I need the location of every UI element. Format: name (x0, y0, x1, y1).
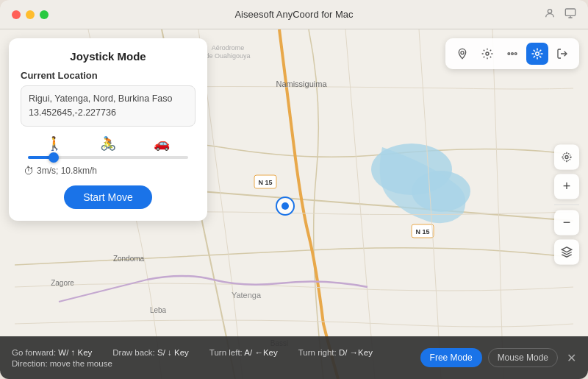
svg-point-26 (563, 153, 571, 161)
svg-text:Namissiguima: Namissiguima (276, 79, 327, 88)
start-move-button[interactable]: Start Move (64, 185, 152, 209)
marker-outer-ring (276, 196, 295, 216)
svg-marker-27 (562, 247, 571, 252)
svg-text:Aérodrome: Aérodrome (212, 44, 245, 52)
zoom-in-button[interactable]: + (554, 174, 579, 199)
close-button[interactable] (12, 10, 21, 19)
top-toolbar (445, 38, 579, 69)
zoom-in-icon: + (563, 179, 571, 194)
speed-value: 3m/s; 10.8km/h (37, 166, 97, 176)
hint-back: Draw back: S/ ↓ Key (112, 348, 189, 357)
svg-text:Yatenga: Yatenga (232, 291, 262, 300)
pin-toolbar-button[interactable] (451, 43, 473, 65)
speed-slider-container (21, 156, 196, 159)
hint-direction: Direction: move the mouse (12, 359, 112, 368)
route-toolbar-button[interactable] (501, 43, 523, 65)
svg-point-23 (536, 52, 539, 56)
layers-button[interactable] (554, 239, 579, 264)
title-bar: Aiseesoft AnyCoord for Mac (0, 0, 588, 29)
exit-toolbar-button[interactable] (551, 43, 573, 65)
svg-point-20 (508, 53, 510, 55)
bottom-bar: Go forward: W/ ↑ Key Draw back: S/ ↓ Key… (0, 336, 588, 379)
zoom-out-icon: − (563, 215, 571, 230)
speed-slider-thumb[interactable] (49, 152, 59, 163)
hint-row-1: Go forward: W/ ↑ Key Draw back: S/ ↓ Key… (12, 348, 420, 357)
hint-right: Turn right: D/ →Key (298, 348, 373, 357)
title-bar-actions (544, 7, 576, 21)
svg-text:Zagore: Zagore (51, 279, 74, 287)
transport-selector: 🚶 🚴 🚗 (21, 135, 196, 152)
location-line1: Rigui, Yatenga, Nord, Burkina Faso (29, 93, 172, 104)
settings-toolbar-button[interactable] (476, 43, 498, 65)
zoom-out-button[interactable]: − (554, 210, 579, 235)
hint-left: Turn left: A/ ←Key (209, 348, 278, 357)
svg-point-19 (486, 52, 489, 55)
panel-subtitle: Current Location (21, 70, 196, 81)
svg-text:Leba: Leba (150, 306, 167, 314)
screen-icon[interactable] (564, 7, 576, 21)
traffic-lights (12, 10, 49, 19)
svg-text:de Ouahigouya: de Ouahigouya (205, 52, 250, 60)
joystick-panel: Joystick Mode Current Location Rigui, Ya… (9, 38, 207, 221)
maximize-button[interactable] (40, 10, 49, 19)
speed-slider-track (28, 156, 188, 159)
locate-button[interactable] (554, 144, 579, 169)
marker-inner-dot (282, 202, 289, 210)
bike-mode-button[interactable]: 🚴 (100, 135, 116, 152)
speed-gauge-icon: ⏱ (24, 165, 34, 177)
svg-point-0 (548, 10, 551, 13)
panel-title: Joystick Mode (21, 50, 196, 63)
bottom-buttons: Free Mode Mouse Mode (420, 348, 558, 367)
minimize-button[interactable] (26, 10, 35, 19)
free-mode-button[interactable]: Free Mode (420, 348, 482, 367)
user-icon[interactable] (544, 7, 556, 21)
location-box: Rigui, Yatenga, Nord, Burkina Faso 13.45… (21, 85, 196, 127)
svg-point-22 (514, 53, 517, 55)
svg-text:N 15: N 15 (415, 228, 429, 235)
walk-mode-button[interactable]: 🚶 (46, 135, 62, 152)
car-mode-button[interactable]: 🚗 (154, 135, 170, 152)
mouse-mode-button[interactable]: Mouse Mode (488, 348, 558, 367)
location-line2: 13.452645,-2.227736 (29, 107, 116, 118)
svg-point-18 (461, 52, 464, 54)
speed-display: ⏱ 3m/s; 10.8km/h (21, 165, 196, 177)
main-content: N 15 N 15 Namissiguima Zondoma Y (0, 29, 588, 379)
svg-text:Zondoma: Zondoma (113, 255, 145, 263)
app-title: Aiseesoft AnyCoord for Mac (234, 9, 353, 20)
hint-forward: Go forward: W/ ↑ Key (12, 348, 92, 357)
close-bottom-button[interactable]: ✕ (567, 351, 576, 365)
joystick-toolbar-button[interactable] (526, 43, 548, 65)
svg-rect-1 (565, 9, 575, 15)
zoom-divider (554, 204, 579, 205)
svg-point-25 (565, 155, 568, 158)
right-tools: + − (554, 144, 579, 264)
svg-text:N 15: N 15 (258, 179, 272, 186)
svg-point-21 (512, 53, 514, 55)
bottom-hints: Go forward: W/ ↑ Key Draw back: S/ ↓ Key… (12, 348, 420, 368)
hint-row-2: Direction: move the mouse (12, 359, 420, 368)
location-marker (276, 196, 295, 216)
